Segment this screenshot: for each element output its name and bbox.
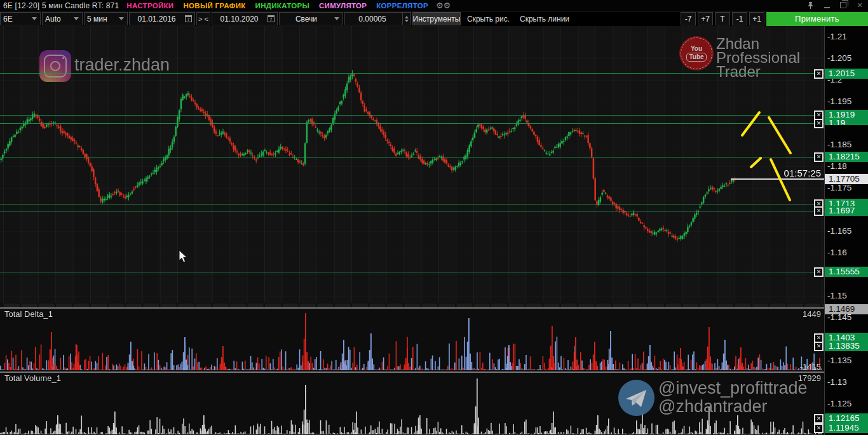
hide-drawings-button[interactable]: Скрыть рис.: [462, 12, 515, 25]
close-icon[interactable]: ✕: [855, 1, 864, 10]
instagram-handle-watermark: trader.zhdan: [74, 55, 170, 75]
delete-line-icon[interactable]: ✕: [814, 333, 824, 343]
price-level-badge: 1.18215: [825, 152, 868, 162]
title-bar: 6E [12-20] 5 мин Candle RT: 871 НАСТРОЙК…: [0, 0, 868, 11]
menu-correlator[interactable]: КОРРЕЛЯТОР: [376, 2, 428, 10]
price-tick-label: -1.18: [827, 161, 847, 171]
volume-max-value: 17929: [798, 373, 821, 383]
menu-simulator[interactable]: СИМУЛЯТОР: [319, 2, 367, 10]
price-tick-label: -1.16: [827, 248, 847, 258]
instagram-icon: [39, 50, 71, 82]
menu-settings[interactable]: НАСТРОЙКИ: [126, 2, 173, 10]
chevron-down-icon: [74, 17, 79, 20]
range-snap-buttons[interactable]: > <: [196, 12, 210, 25]
price-level-badge: 1.1919: [825, 110, 868, 120]
price-tick-label: -1.185: [827, 140, 851, 150]
telegram-handles-watermark: @invest_profittrade @zhdantrader: [658, 379, 808, 416]
delete-line-icon[interactable]: ✕: [814, 110, 824, 120]
price-level-badge: 1.1403: [825, 333, 868, 343]
tools-button[interactable]: Инструменты: [412, 12, 461, 25]
date-from-field[interactable]: 01.01.2016 7: [129, 12, 195, 25]
minimize-icon[interactable]: [822, 1, 831, 10]
menu-new-chart[interactable]: НОВЫЙ ГРАФИК: [183, 2, 245, 10]
panel-divider[interactable]: [0, 307, 824, 309]
window-controls: ✕: [806, 1, 864, 10]
volume-panel-label: Total Volume_1: [4, 373, 61, 383]
timeframe-select[interactable]: 5 мин: [84, 12, 128, 25]
chart-toolbar: 6E Auto 5 мин 01.01.2016 7 > < 01.10.202…: [0, 11, 868, 26]
period-mode-select[interactable]: Auto: [42, 12, 83, 25]
price-tick-label: -1.21: [827, 32, 847, 42]
price-scale[interactable]: -1.21-1.205-1.2-1.195-1.185-1.18-1.175-1…: [824, 11, 868, 435]
chevron-down-icon: [119, 17, 124, 20]
price-level-badge: 1.11945: [825, 423, 868, 433]
main-menu: НАСТРОЙКИ НОВЫЙ ГРАФИК ИНДИКАТОРЫ СИМУЛЯ…: [126, 2, 428, 10]
spinner-arrows-icon[interactable]: [402, 13, 409, 25]
price-tick-label: -1.13: [827, 377, 847, 387]
delta-panel-canvas[interactable]: [0, 309, 824, 371]
telegram-icon: [618, 380, 654, 416]
price-level-badge: 1.1697: [825, 206, 868, 216]
delete-line-icon[interactable]: ✕: [814, 267, 824, 277]
delta-panel-label: Total Delta_1: [4, 309, 53, 319]
bar-shift-button[interactable]: -1: [732, 12, 747, 25]
menu-indicators[interactable]: ИНДИКАТОРЫ: [255, 2, 309, 10]
youtube-icon: You Tube: [679, 36, 714, 70]
delete-line-icon[interactable]: ✕: [814, 342, 824, 351]
delete-line-icon[interactable]: ✕: [814, 424, 824, 433]
gear-icon[interactable]: ⚙⚙: [436, 1, 451, 10]
price-tick-label: -1.125: [827, 399, 851, 409]
date-to-field[interactable]: 01.10.2020 7: [212, 12, 278, 25]
application-window: 6E [12-20] 5 мин Candle RT: 871 НАСТРОЙК…: [0, 0, 868, 435]
restore-icon[interactable]: [839, 1, 848, 10]
price-tick-label: -1.175: [827, 183, 851, 193]
price-tick-label: -1.135: [827, 356, 851, 366]
price-tick-label: -1.205: [827, 53, 851, 64]
calendar-icon[interactable]: 7: [185, 15, 192, 22]
chart-title: 6E [12-20] 5 мин Candle RT: 871: [3, 1, 119, 10]
delete-line-icon[interactable]: ✕: [814, 119, 824, 128]
bar-shift-button[interactable]: +7: [698, 12, 713, 25]
chevron-down-icon: [334, 17, 339, 20]
bar-shift-button[interactable]: +1: [749, 12, 764, 25]
youtube-channel-watermark: Zhdan Professional Trader: [716, 37, 800, 79]
price-level-badge: 1.15555: [825, 267, 868, 277]
apply-button[interactable]: Применить: [766, 12, 868, 26]
delta-max-value: 1449: [803, 309, 821, 319]
instrument-select[interactable]: 6E: [0, 12, 41, 25]
hide-lines-button[interactable]: Скрыть линии: [515, 12, 574, 25]
bar-shift-button[interactable]: -7: [681, 12, 696, 25]
bar-shift-button[interactable]: T: [715, 12, 730, 25]
chevron-down-icon: [32, 17, 37, 20]
delete-line-icon[interactable]: ✕: [814, 69, 824, 79]
tick-size-stepper[interactable]: 0.00005: [344, 12, 411, 25]
delta-min-value: -1415: [800, 362, 821, 371]
bar-countdown-timer: 01:57:25: [784, 168, 821, 178]
pin-icon[interactable]: [806, 1, 815, 10]
bar-offset-buttons: -7+7T-1+1: [681, 12, 764, 25]
delete-line-icon[interactable]: ✕: [814, 152, 824, 162]
current-price-badge: 1.17705: [825, 174, 868, 184]
calendar-icon[interactable]: 7: [268, 15, 275, 22]
price-tick-label: -1.165: [827, 226, 851, 236]
panel-divider[interactable]: [0, 371, 824, 373]
price-level-badge: 1.2015: [825, 69, 868, 79]
price-tick-label: -1.195: [827, 97, 851, 107]
chart-type-select[interactable]: Свечи: [279, 12, 343, 25]
price-tick-label: -1.15: [827, 291, 847, 301]
price-level-badge: 1.12165: [825, 413, 868, 424]
delete-line-icon[interactable]: ✕: [814, 206, 824, 216]
delete-line-icon[interactable]: ✕: [814, 414, 824, 424]
price-level-badge: 1.1469: [825, 304, 868, 314]
